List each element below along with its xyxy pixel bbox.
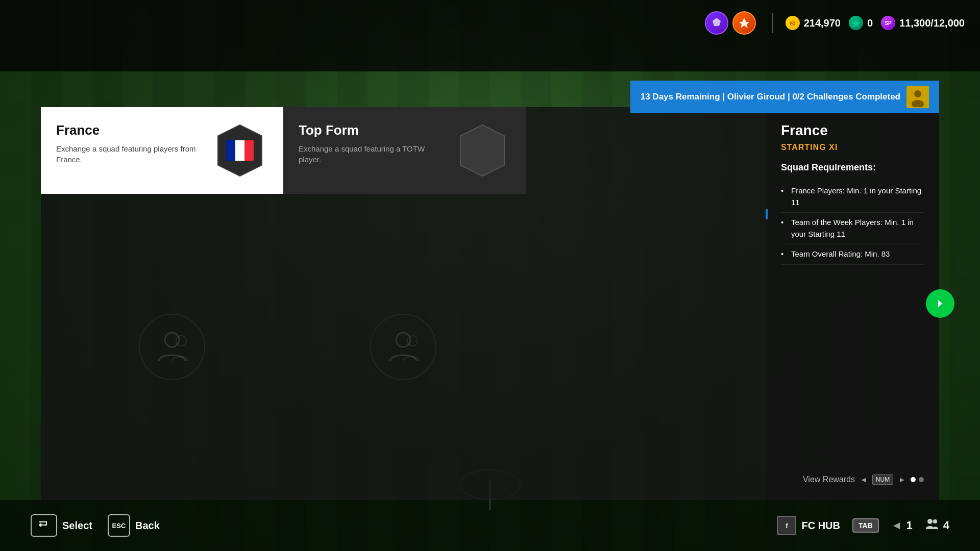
svg-point-11	[176, 336, 186, 346]
france-badge	[212, 122, 268, 179]
notification-avatar	[906, 86, 929, 108]
topform-card-desc: Exchange a squad featuring a TOTW player…	[299, 143, 444, 165]
select-label: Select	[62, 520, 92, 532]
purple-badge-icon	[705, 11, 728, 35]
fc-hub-icon: f	[777, 516, 796, 535]
topform-hex-badge	[457, 122, 508, 179]
tab-key-icon: TAB	[852, 518, 879, 533]
dot-indicator	[911, 477, 924, 482]
player-count-value: 4	[943, 519, 949, 532]
france-hex-badge	[214, 122, 265, 179]
back-control[interactable]: ESC Back	[108, 514, 160, 537]
topform-card-title: Top Form	[299, 122, 444, 138]
notification-banner: 13 Days Remaining | Olivier Giroud | 0/2…	[630, 81, 939, 113]
squad-number: 1	[906, 519, 913, 532]
empty-slot-1	[139, 314, 205, 380]
svg-marker-0	[713, 18, 721, 26]
main-content: France Exchange a squad featuring player…	[41, 107, 939, 500]
requirements-list: France Players: Min. 1 in your Starting …	[781, 181, 924, 265]
currency-area: FC 214,970 0 SP 11,300/12,000	[705, 11, 965, 35]
nav-arrow-left[interactable]: ◄	[860, 475, 867, 484]
points-currency: 0	[849, 16, 873, 30]
notification-text: 13 Days Remaining | Olivier Giroud | 0/2…	[641, 92, 900, 102]
arrow-left-icon[interactable]: ◄	[891, 519, 902, 532]
fc-hub-button[interactable]: f FC HUB	[777, 516, 840, 535]
back-label: Back	[135, 520, 160, 532]
requirement-3: Team Overall Rating: Min. 83	[781, 244, 924, 265]
requirement-2: Team of the Week Players: Min. 1 in your…	[781, 213, 924, 244]
points-value: 0	[867, 17, 873, 29]
france-flag-content	[226, 140, 254, 161]
dot-2	[919, 477, 924, 482]
nav-arrow-right[interactable]: ►	[898, 475, 905, 484]
empty-slot-2	[370, 314, 436, 380]
coins-currency: FC 214,970	[786, 16, 841, 30]
coins-value: 214,970	[804, 17, 841, 29]
svg-point-15	[933, 519, 937, 523]
enter-key-icon	[31, 514, 57, 537]
svg-point-10	[165, 333, 179, 347]
challenge-cards-row: France Exchange a squad featuring player…	[41, 107, 766, 194]
france-card-text: France Exchange a squad featuring player…	[56, 122, 202, 165]
dot-1	[911, 477, 916, 482]
details-subtitle: STARTING XI	[781, 143, 924, 152]
points-icon	[849, 16, 863, 30]
view-rewards: View Rewards ◄ NUM ►	[781, 464, 924, 485]
num-badge: NUM	[872, 474, 893, 485]
flag-white	[235, 140, 244, 161]
topform-card-text: Top Form Exchange a squad featuring a TO…	[299, 122, 444, 165]
fc-hub-label: FC HUB	[801, 520, 840, 532]
details-panel: France STARTING XI Squad Requirements: F…	[766, 107, 939, 500]
topform-badge	[454, 122, 510, 179]
empty-slots-area	[41, 194, 766, 500]
france-card-title: France	[56, 122, 202, 138]
svg-point-12	[396, 333, 410, 347]
accent-bar	[766, 209, 768, 219]
svg-marker-4	[851, 19, 861, 28]
bottom-right-controls: f FC HUB TAB ◄ 1 4	[777, 516, 949, 535]
svg-text:FC: FC	[790, 21, 795, 26]
select-control[interactable]: Select	[31, 514, 92, 537]
sp-value: 11,300/12,000	[899, 17, 965, 29]
svg-point-14	[927, 519, 933, 524]
requirement-1: France Players: Min. 1 in your Starting …	[781, 181, 924, 213]
orange-badge-icon	[732, 11, 756, 35]
sp-icon: SP	[881, 16, 895, 30]
esc-key-icon: ESC	[108, 514, 130, 537]
svg-point-13	[407, 336, 418, 346]
requirements-title: Squad Requirements:	[781, 162, 924, 173]
france-card-desc: Exchange a squad featuring players from …	[56, 143, 202, 165]
bottom-left-controls: Select ESC Back	[31, 514, 160, 537]
details-title: France	[781, 122, 924, 139]
players-icon	[925, 517, 939, 534]
view-rewards-label: View Rewards	[803, 475, 855, 484]
squad-selector: ◄ 1	[891, 519, 913, 532]
svg-point-6	[914, 90, 921, 97]
sp-currency: SP 11,300/12,000	[881, 16, 965, 30]
top-bar: FC 214,970 0 SP 11,300/12,000	[0, 0, 980, 46]
player-counter: 4	[925, 517, 949, 534]
france-flag	[226, 140, 254, 161]
currency-divider	[772, 13, 773, 33]
france-challenge-card[interactable]: France Exchange a squad featuring player…	[41, 107, 283, 194]
topform-challenge-card[interactable]: Top Form Exchange a squad featuring a TO…	[283, 107, 526, 194]
bottom-bar: Select ESC Back f FC HUB TAB ◄ 1	[0, 500, 980, 551]
badge-icons	[705, 11, 756, 35]
coin-icon: FC	[786, 16, 800, 30]
green-arrow-button[interactable]	[926, 289, 954, 318]
flag-red	[244, 140, 254, 161]
flag-blue	[226, 140, 235, 161]
challenge-panel: France Exchange a squad featuring player…	[41, 107, 766, 500]
